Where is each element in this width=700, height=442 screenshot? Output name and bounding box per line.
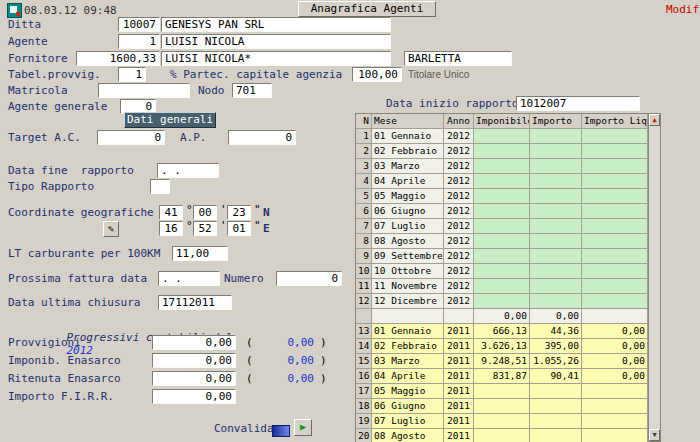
nodo-field[interactable]: 701: [232, 83, 272, 98]
cell-liq: 0,00: [582, 339, 648, 354]
cell-liq: [582, 429, 648, 442]
scroll-down-button[interactable]: ▼: [649, 429, 660, 441]
table-row[interactable]: 1111 Novembre2012: [356, 279, 649, 294]
table-row[interactable]: 404 Aprile2012: [356, 174, 649, 189]
numero-field[interactable]: 0: [276, 271, 342, 286]
cell-anno: 2011: [444, 354, 474, 369]
datetime-label: 08.03.12 09:48: [24, 4, 117, 17]
cell-mese: 01 Gennaio: [372, 129, 444, 144]
target-ac-field[interactable]: 0: [97, 130, 165, 145]
table-row[interactable]: 303 Marzo2012: [356, 159, 649, 174]
cell-n: 16: [356, 369, 372, 384]
blue-bar-icon: [272, 425, 290, 437]
table-row[interactable]: 1604 Aprile2011831,8790,410,00: [356, 369, 649, 384]
cell-imponibile: [474, 144, 530, 159]
cell-anno: 2011: [444, 324, 474, 339]
cell-mese: 03 Marzo: [372, 159, 444, 174]
cell-n: 13: [356, 324, 372, 339]
lat-sec-field[interactable]: 23: [227, 205, 251, 220]
cell-liq: [582, 279, 648, 294]
col-header-n: N: [356, 114, 372, 129]
table-row[interactable]: 2008 Agosto2011: [356, 429, 649, 442]
cell-n: 1: [356, 129, 372, 144]
data-fine-field[interactable]: . . 0: [157, 163, 219, 178]
modif-link[interactable]: Modif: [666, 3, 699, 16]
edit-coordinates-button[interactable]: ✎: [103, 221, 119, 237]
ultima-chiusura-field[interactable]: 17112011: [158, 295, 232, 310]
table-row[interactable]: 1705 Maggio2011: [356, 384, 649, 399]
paren-open-2: (: [246, 354, 253, 367]
lon-deg-field[interactable]: 16: [159, 221, 183, 236]
table-row[interactable]: 707 Luglio2012: [356, 219, 649, 234]
table-row[interactable]: 1010 Ottobre2012: [356, 264, 649, 279]
carburante-field[interactable]: 11,00: [172, 246, 228, 261]
matricola-field[interactable]: [98, 83, 190, 98]
table-row[interactable]: 505 Maggio2012: [356, 189, 649, 204]
cell-mese: 03 Marzo: [372, 354, 444, 369]
agente-code-field[interactable]: 1: [118, 34, 160, 49]
prossima-fattura-data-field[interactable]: . . 0: [158, 271, 220, 286]
dati-generali-button[interactable]: Dati generali: [124, 112, 216, 128]
data-inizio-field[interactable]: 1012007: [516, 96, 640, 111]
scroll-up-button[interactable]: ▲: [649, 114, 660, 126]
firr-field[interactable]: 0,00: [152, 389, 236, 404]
matricola-label: Matricola: [8, 84, 68, 97]
cell-anno: 2012: [444, 174, 474, 189]
ditta-name-field[interactable]: GENESYS PAN SRL: [161, 17, 391, 32]
table-row[interactable]: 1402 Febbraio20113.626,13395,000,00: [356, 339, 649, 354]
cell-imponibile: [474, 249, 530, 264]
paren-close-1: ): [320, 336, 327, 349]
imponib-enasarco-alt-value: 0,00: [254, 354, 314, 367]
fornitore-code-field[interactable]: 1600,33: [76, 51, 160, 66]
lat-deg-field[interactable]: 41: [159, 205, 183, 220]
table-row[interactable]: 606 Giugno2012: [356, 204, 649, 219]
table-row[interactable]: 1503 Marzo20119.248,511.055,260,00: [356, 354, 649, 369]
table-row[interactable]: 0,000,00: [356, 309, 649, 324]
ritenuta-enasarco-alt-value: 0,00: [254, 372, 314, 385]
cell-mese: 11 Novembre: [372, 279, 444, 294]
cell-importo: [530, 159, 582, 174]
title-button[interactable]: Anagrafica Agenti: [298, 1, 436, 17]
cell-imponibile: [474, 129, 530, 144]
cell-importo: [530, 294, 582, 309]
lon-min-field[interactable]: 52: [193, 221, 217, 236]
agente-name-field[interactable]: LUISI NICOLA: [161, 34, 391, 49]
partec-field[interactable]: 100,00: [352, 67, 402, 82]
ditta-code-field[interactable]: 10007: [118, 17, 160, 32]
convalida-label: Convalida: [214, 422, 274, 435]
cell-liq: [582, 159, 648, 174]
cell-anno: 2012: [444, 264, 474, 279]
cell-importo: 44,36: [530, 324, 582, 339]
cell-liq: [582, 309, 648, 324]
tipo-rapporto-field[interactable]: [150, 179, 170, 194]
cell-liq: [582, 219, 648, 234]
cell-mese: 05 Maggio: [372, 189, 444, 204]
imponib-enasarco-field[interactable]: 0,00: [152, 353, 236, 368]
cell-anno: 2012: [444, 279, 474, 294]
tabel-provvig-field[interactable]: 1: [118, 67, 146, 82]
table-row[interactable]: 1301 Gennaio2011666,1344,360,00: [356, 324, 649, 339]
table-row[interactable]: 101 Gennaio2012: [356, 129, 649, 144]
table-row[interactable]: 202 Febbraio2012: [356, 144, 649, 159]
lon-sec-field[interactable]: 01: [227, 221, 251, 236]
table-row[interactable]: 909 Settembre2012: [356, 249, 649, 264]
convalida-run-button[interactable]: ▶: [294, 419, 312, 436]
cell-imponibile: [474, 159, 530, 174]
table-row[interactable]: 808 Agosto2012: [356, 234, 649, 249]
lat-min-field[interactable]: 00: [193, 205, 217, 220]
table-row[interactable]: 1907 Luglio2011: [356, 414, 649, 429]
table-row[interactable]: 1212 Dicembre2012: [356, 294, 649, 309]
cell-mese: 02 Febbraio: [372, 339, 444, 354]
table-row[interactable]: 1806 Giugno2011: [356, 399, 649, 414]
fornitore-city-field[interactable]: BARLETTA: [404, 51, 512, 66]
table-scrollbar[interactable]: ▲ ▼: [648, 113, 661, 442]
fornitore-name-field[interactable]: LUISI NICOLA*: [161, 51, 391, 66]
agente-generale-label: Agente generale: [8, 100, 107, 113]
provvigioni-field[interactable]: 0,00: [152, 335, 236, 350]
ritenuta-enasarco-field[interactable]: 0,00: [152, 371, 236, 386]
target-ap-field[interactable]: 0: [228, 130, 296, 145]
months-table: N Mese Anno Imponibile Importo Importo L…: [355, 113, 649, 442]
cell-liq: [582, 129, 648, 144]
numero-label: Numero: [224, 272, 264, 285]
lat-dir-label: N: [263, 206, 270, 219]
